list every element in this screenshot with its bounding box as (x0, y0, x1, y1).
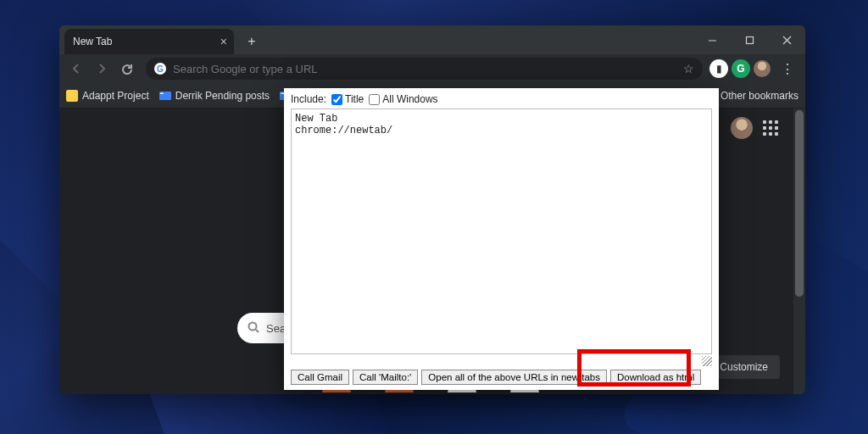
close-tab-icon[interactable]: × (220, 35, 227, 48)
apps-grid-icon[interactable] (763, 120, 778, 136)
profile-avatar-small[interactable] (754, 60, 771, 77)
allwindows-checkbox[interactable] (369, 94, 380, 105)
scrollbar[interactable] (793, 108, 805, 394)
customize-button[interactable]: Customize (708, 355, 780, 379)
svg-line-5 (256, 330, 259, 332)
bookmark-star-icon[interactable]: ☆ (683, 62, 694, 75)
grammarly-icon[interactable]: G (732, 59, 750, 78)
other-bookmarks-label: Other bookmarks (721, 90, 798, 102)
maximize-button[interactable] (731, 25, 768, 54)
svg-rect-1 (746, 36, 753, 43)
address-input[interactable] (173, 63, 676, 75)
close-window-button[interactable] (768, 25, 805, 54)
resize-handle[interactable] (702, 356, 712, 366)
google-search-box[interactable]: Sea (237, 313, 285, 343)
popup-options-row: Include: Title All Windows (291, 92, 712, 108)
title-checkbox[interactable] (331, 94, 342, 105)
scrollbar-thumb[interactable] (795, 110, 804, 297)
extension-icon[interactable]: ▮ (709, 59, 728, 78)
bookmark-item-derrik[interactable]: Derrik Pending posts (159, 90, 270, 102)
browser-tab[interactable]: New Tab × (64, 29, 234, 54)
kebab-menu-icon[interactable]: ⋮ (774, 61, 800, 77)
new-tab-button[interactable]: + (241, 31, 263, 53)
call-gmail-button[interactable]: Call Gmail (291, 370, 349, 385)
back-button[interactable] (64, 57, 88, 81)
popup-button-row: Call Gmail Call 'Mailto:' Open all of th… (291, 368, 712, 385)
omnibox[interactable]: G ☆ (146, 58, 703, 80)
allwindows-text: All Windows (382, 93, 437, 105)
call-mailto-button[interactable]: Call 'Mailto:' (353, 370, 418, 385)
title-checkbox-label[interactable]: Title (331, 93, 364, 105)
search-hint: Sea (266, 322, 286, 335)
profile-avatar[interactable] (731, 117, 753, 139)
include-label: Include: (291, 93, 326, 105)
other-bookmarks[interactable]: Other bookmarks (721, 90, 798, 102)
toolbar: G ☆ ▮ G ⋮ (59, 54, 805, 83)
title-text: Title (345, 93, 364, 105)
extension-icons: ▮ G ⋮ (709, 59, 800, 78)
bookmark-item-adappt[interactable]: Adappt Project (66, 90, 149, 102)
open-all-urls-button[interactable]: Open all of the above URLs in new tabs (421, 370, 607, 385)
folder-icon (66, 90, 78, 102)
tab-title: New Tab (73, 36, 112, 47)
bookmark-label: Adappt Project (82, 90, 149, 102)
urls-textarea[interactable] (291, 108, 712, 354)
google-icon: G (154, 63, 166, 75)
bookmark-label: Derrik Pending posts (175, 90, 270, 102)
search-icon (248, 321, 259, 336)
svg-point-4 (249, 322, 257, 330)
extension-popup: Include: Title All Windows Call Gmail Ca… (284, 88, 719, 390)
reload-button[interactable] (115, 57, 139, 81)
download-as-html-button[interactable]: Download as html (610, 370, 701, 385)
minimize-button[interactable] (693, 25, 731, 54)
titlebar: New Tab × + (59, 25, 805, 54)
allwindows-checkbox-label[interactable]: All Windows (369, 93, 437, 105)
site-icon (159, 92, 171, 100)
forward-button[interactable] (90, 57, 114, 81)
window-controls (693, 25, 805, 54)
